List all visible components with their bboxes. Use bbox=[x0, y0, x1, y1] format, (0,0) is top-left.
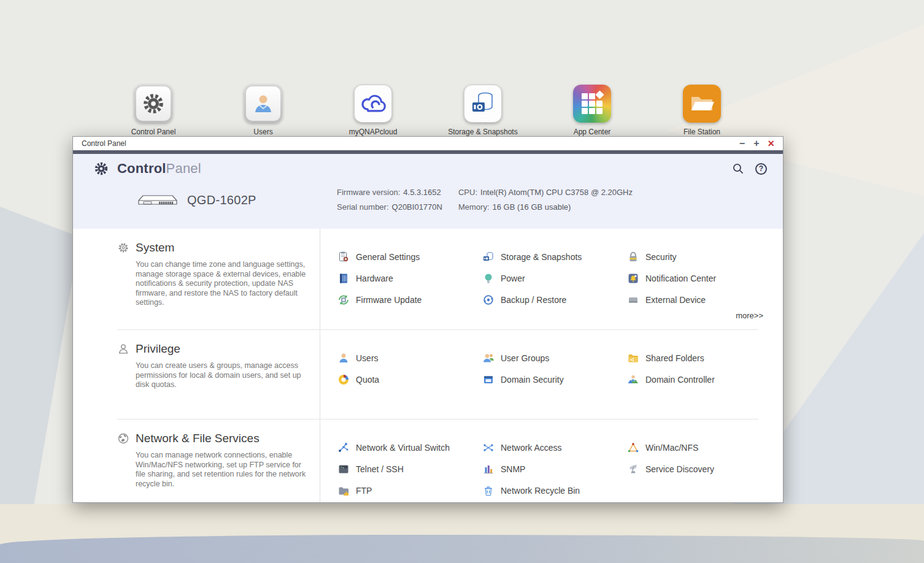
desktop-icon-myqnapcloud[interactable]: myQNAPcloud bbox=[324, 85, 422, 136]
network-recycle-bin-icon bbox=[482, 484, 495, 497]
item-network-access[interactable]: Network Access bbox=[482, 437, 627, 458]
storage-camera-tile-icon bbox=[464, 85, 502, 123]
network-access-icon bbox=[482, 442, 495, 454]
network-virtual-switch-icon bbox=[337, 442, 350, 454]
window-body: System You can change time zone and lang… bbox=[73, 229, 783, 502]
desktop-label: File Station bbox=[653, 128, 751, 136]
section-privilege: Privilege You can create users & groups,… bbox=[117, 330, 758, 419]
external-device-icon bbox=[627, 294, 639, 306]
item-security[interactable]: Security bbox=[627, 246, 772, 267]
item-service-discovery[interactable]: Service Discovery bbox=[627, 458, 772, 480]
help-icon[interactable]: ? bbox=[755, 163, 767, 175]
device-info-left: Firmware version:4.5.3.1652 Serial numbe… bbox=[337, 185, 442, 215]
item-network-recycle-bin[interactable]: Network Recycle Bin bbox=[482, 480, 627, 501]
user-tile-icon bbox=[244, 85, 282, 123]
ftp-icon bbox=[337, 484, 350, 497]
item-external-device[interactable]: External Device bbox=[627, 289, 772, 310]
storage-snapshots-icon bbox=[482, 251, 495, 263]
folder-tile-icon bbox=[683, 85, 721, 123]
security-icon bbox=[627, 251, 639, 263]
item-network-virtual-switch[interactable]: Network & Virtual Switch bbox=[337, 437, 482, 458]
item-hardware[interactable]: Hardware bbox=[337, 267, 482, 289]
hardware-icon bbox=[337, 272, 350, 285]
domain-security-icon bbox=[482, 373, 495, 386]
telnet-ssh-icon bbox=[337, 463, 350, 475]
users-icon bbox=[337, 352, 350, 364]
general-settings-icon bbox=[337, 251, 350, 263]
section-title: Network & File Services bbox=[136, 432, 260, 445]
desktop-icon-app-center[interactable]: App Center bbox=[543, 85, 641, 136]
page-title: ControlPanel bbox=[117, 161, 201, 177]
shared-folders-icon bbox=[627, 352, 639, 364]
device-model: QGD-1602P bbox=[187, 193, 256, 207]
item-quota[interactable]: Quota bbox=[337, 369, 482, 390]
wallpaper-shape bbox=[0, 535, 924, 563]
device-illustration-icon bbox=[137, 193, 179, 207]
desktop-icon-file-station[interactable]: File Station bbox=[653, 85, 751, 136]
privilege-person-icon bbox=[117, 343, 129, 355]
network-globe-icon bbox=[117, 432, 129, 445]
quota-icon bbox=[337, 373, 350, 386]
minimize-button[interactable]: − bbox=[739, 139, 745, 148]
window-title: Control Panel bbox=[82, 139, 126, 148]
item-snmp[interactable]: SNMP bbox=[482, 458, 627, 480]
item-general-settings[interactable]: General Settings bbox=[337, 246, 482, 267]
item-win-mac-nfs[interactable]: Win/Mac/NFS bbox=[627, 437, 772, 458]
window-header: ControlPanel ? QGD-1602P Firmware versio… bbox=[73, 154, 783, 229]
section-network-file-services: Network & File Services You can manage n… bbox=[117, 419, 758, 502]
maximize-button[interactable]: + bbox=[753, 139, 759, 148]
item-notification-center[interactable]: Notification Center bbox=[627, 267, 772, 289]
section-title: Privilege bbox=[136, 342, 180, 356]
item-power[interactable]: Power bbox=[482, 267, 627, 289]
desktop-icon-users[interactable]: Users bbox=[214, 85, 312, 136]
item-user-groups[interactable]: User Groups bbox=[482, 347, 627, 369]
system-gear-icon bbox=[117, 242, 129, 254]
desktop-label: myQNAPcloud bbox=[324, 128, 422, 136]
section-description: You can create users & groups, manage ac… bbox=[136, 361, 309, 390]
item-domain-controller[interactable]: Domain Controller bbox=[627, 369, 772, 390]
control-panel-gear-icon bbox=[94, 161, 109, 176]
item-firmware-update[interactable]: Firmware Update bbox=[337, 289, 482, 310]
search-icon[interactable] bbox=[732, 163, 744, 175]
backup-restore-icon bbox=[482, 294, 495, 306]
domain-controller-icon bbox=[627, 373, 639, 386]
desktop-label: Storage & Snapshots bbox=[434, 128, 532, 136]
desktop-icon-storage-snapshots[interactable]: Storage & Snapshots bbox=[434, 85, 532, 136]
item-storage-snapshots[interactable]: Storage & Snapshots bbox=[482, 246, 627, 267]
item-domain-security[interactable]: Domain Security bbox=[482, 369, 627, 390]
item-shared-folders[interactable]: Shared Folders bbox=[627, 347, 772, 369]
desktop-label: Users bbox=[214, 128, 312, 136]
window-titlebar[interactable]: Control Panel − + × bbox=[73, 137, 783, 150]
section-system: System You can change time zone and lang… bbox=[117, 229, 758, 330]
control-panel-window: Control Panel − + × ControlPanel ? bbox=[72, 136, 783, 503]
gear-tile-icon bbox=[134, 85, 172, 123]
device-info-right: CPU:Intel(R) Atom(TM) CPU C3758 @ 2.20GH… bbox=[458, 185, 633, 215]
cloud-tile-icon bbox=[354, 85, 392, 123]
user-groups-icon bbox=[482, 352, 495, 364]
item-users[interactable]: Users bbox=[337, 347, 482, 369]
item-ftp[interactable]: FTP bbox=[337, 480, 482, 501]
section-description: You can change time zone and language se… bbox=[136, 260, 309, 308]
app-grid-tile-icon bbox=[573, 85, 611, 123]
more-link[interactable]: more>> bbox=[337, 311, 772, 320]
desktop-label: Control Panel bbox=[104, 128, 202, 136]
section-title: System bbox=[136, 241, 174, 255]
snmp-icon bbox=[482, 463, 495, 475]
desktop-label: App Center bbox=[543, 128, 641, 136]
desktop-icon-control-panel[interactable]: Control Panel bbox=[104, 85, 202, 136]
item-telnet-ssh[interactable]: Telnet / SSH bbox=[337, 458, 482, 480]
close-button[interactable]: × bbox=[768, 138, 774, 149]
section-description: You can manage network connections, enab… bbox=[136, 451, 309, 489]
power-icon bbox=[482, 272, 495, 285]
notification-center-icon bbox=[627, 272, 639, 285]
firmware-update-icon bbox=[337, 294, 350, 306]
win-mac-nfs-icon bbox=[627, 442, 639, 454]
service-discovery-icon bbox=[627, 463, 639, 475]
item-backup-restore[interactable]: Backup / Restore bbox=[482, 289, 627, 310]
